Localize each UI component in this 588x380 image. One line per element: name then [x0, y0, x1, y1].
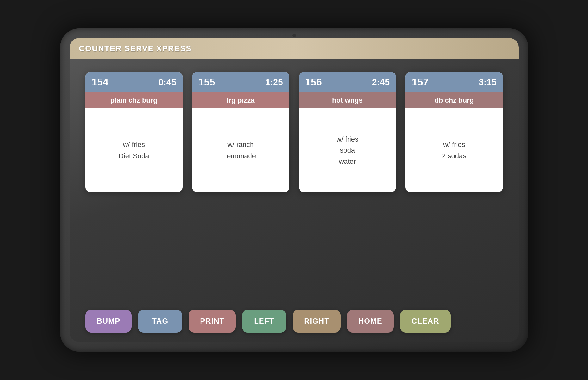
tablet-screen: COUNTER SERVE XPRESS 154 0:45 plain chz …: [70, 38, 519, 342]
app-title: COUNTER SERVE XPRESS: [79, 44, 192, 53]
card-header-155: 155 1:25: [192, 72, 289, 92]
order-card-155[interactable]: 155 1:25 lrg pizza w/ ranchlemonade: [192, 72, 289, 192]
clear-button[interactable]: CLEAR: [400, 310, 451, 332]
order-number-157: 157: [412, 76, 429, 88]
card-header-156: 156 2:45: [299, 72, 396, 92]
tablet-camera: [292, 34, 296, 37]
orders-row: 154 0:45 plain chz burg w/ friesDiet Sod…: [85, 72, 503, 294]
order-card-156[interactable]: 156 2:45 hot wngs w/ friessodawater: [299, 72, 396, 192]
right-button[interactable]: RIGHT: [293, 310, 341, 332]
card-details-157: w/ fries2 sodas: [405, 108, 503, 192]
tablet-device: COUNTER SERVE XPRESS 154 0:45 plain chz …: [60, 28, 528, 352]
order-timer-155: 1:25: [265, 77, 283, 87]
home-button[interactable]: HOME: [347, 310, 394, 332]
order-number-155: 155: [198, 76, 215, 88]
left-button[interactable]: LEFT: [242, 310, 286, 332]
order-details-text-157: w/ fries2 sodas: [442, 139, 466, 161]
order-number-156: 156: [305, 76, 322, 88]
bump-button[interactable]: BUMP: [85, 310, 132, 332]
order-timer-156: 2:45: [372, 77, 390, 87]
bottom-buttons: BUMP TAG PRINT LEFT RIGHT HOME CLEAR: [70, 303, 519, 342]
order-item-name-154: plain chz burg: [85, 92, 183, 108]
order-details-text-154: w/ friesDiet Soda: [119, 139, 149, 161]
header-bar: COUNTER SERVE XPRESS: [70, 38, 519, 59]
order-details-text-155: w/ ranchlemonade: [225, 139, 256, 161]
print-button[interactable]: PRINT: [189, 310, 236, 332]
order-item-name-156: hot wngs: [299, 92, 396, 108]
order-card-154[interactable]: 154 0:45 plain chz burg w/ friesDiet Sod…: [85, 72, 183, 192]
card-details-156: w/ friessodawater: [299, 108, 396, 192]
tag-button[interactable]: TAG: [138, 310, 182, 332]
order-card-157[interactable]: 157 3:15 db chz burg w/ fries2 sodas: [405, 72, 503, 192]
card-details-154: w/ friesDiet Soda: [85, 108, 183, 192]
order-timer-154: 0:45: [158, 77, 176, 87]
card-header-154: 154 0:45: [85, 72, 183, 92]
card-details-155: w/ ranchlemonade: [192, 108, 289, 192]
order-item-name-157: db chz burg: [405, 92, 503, 108]
card-header-157: 157 3:15: [405, 72, 503, 92]
order-timer-157: 3:15: [479, 77, 496, 87]
main-content: 154 0:45 plain chz burg w/ friesDiet Sod…: [70, 59, 519, 303]
order-number-154: 154: [92, 76, 108, 88]
order-item-name-155: lrg pizza: [192, 92, 289, 108]
order-details-text-156: w/ friessodawater: [336, 134, 358, 167]
